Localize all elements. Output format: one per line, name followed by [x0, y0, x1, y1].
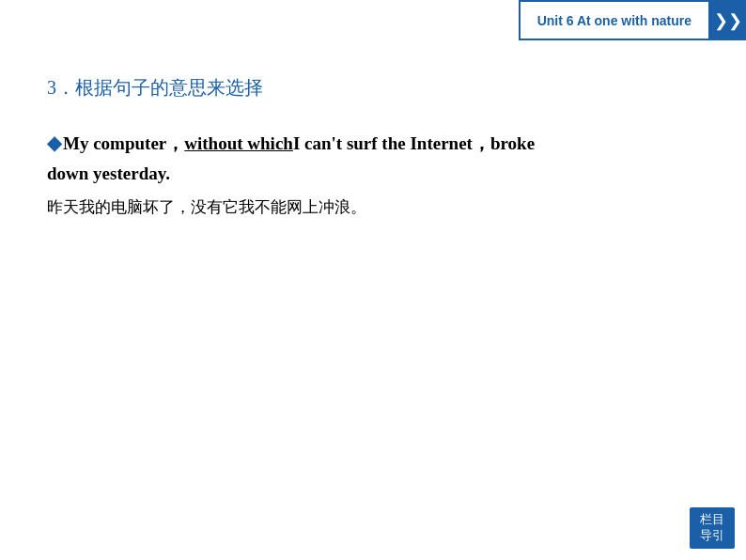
- english-underlined: without which: [184, 129, 293, 159]
- main-content: 3．根据句子的意思来选择 ◆My computer，without which …: [47, 75, 699, 237]
- diamond-bullet: ◆: [47, 127, 61, 159]
- header-arrow-box: ❯❯: [710, 0, 746, 40]
- header-title-box: Unit 6 At one with nature: [519, 0, 710, 40]
- header-title: Unit 6 At one with nature: [537, 13, 692, 28]
- chinese-translation: 昨天我的电脑坏了，没有它我不能网上冲浪。: [47, 194, 699, 223]
- header-arrow-icon: ❯❯: [714, 12, 742, 29]
- nav-button-label: 栏目导引: [700, 512, 724, 544]
- header-banner: Unit 6 At one with nature ❯❯: [519, 0, 746, 40]
- english-sentence-line2: down yesterday.: [47, 159, 699, 189]
- english-part3: down yesterday.: [47, 159, 170, 189]
- sentence-block: ◆My computer，without which I can't surf …: [47, 127, 699, 222]
- english-sentence: ◆My computer，without which I can't surf …: [47, 127, 699, 159]
- english-part1: My computer，: [63, 129, 184, 159]
- english-part2: I can't surf the Internet，broke: [293, 129, 535, 159]
- section-heading: 3．根据句子的意思来选择: [47, 75, 699, 101]
- nav-button[interactable]: 栏目导引: [690, 507, 735, 549]
